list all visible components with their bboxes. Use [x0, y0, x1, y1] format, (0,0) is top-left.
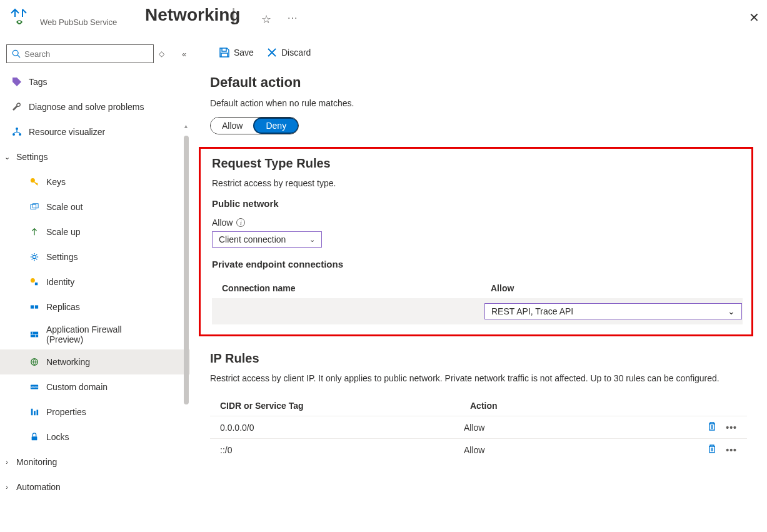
svg-rect-12	[31, 305, 34, 308]
nav-section-monitoring[interactable]: › Monitoring	[0, 449, 190, 474]
nav-label: Scale out	[46, 202, 83, 212]
svg-point-9	[33, 255, 36, 258]
toolbar-label: Discard	[281, 48, 311, 58]
collapse-sidebar-icon[interactable]: «	[182, 49, 186, 59]
private-endpoint-heading: Private endpoint connections	[212, 259, 743, 269]
sidebar-search-input[interactable]	[24, 49, 148, 59]
tag-icon	[11, 76, 23, 88]
allow-pill[interactable]: Allow	[211, 118, 254, 134]
networking-icon	[29, 356, 40, 368]
svg-point-4	[13, 133, 15, 136]
nav-item-identity[interactable]: Identity	[0, 269, 190, 294]
ip-rule-row: ::/0 Allow •••	[210, 438, 747, 461]
private-allow-dropdown[interactable]: REST API, Trace API ⌄	[484, 303, 742, 319]
discard-button[interactable]: Discard	[266, 47, 311, 58]
save-icon	[219, 47, 230, 58]
nav-label: Properties	[46, 407, 86, 417]
col-action: Action	[470, 401, 731, 411]
save-button[interactable]: Save	[219, 47, 254, 58]
toolbar-label: Save	[234, 48, 254, 58]
nav-section-automation[interactable]: › Automation	[0, 474, 190, 499]
scale-up-icon	[29, 226, 40, 238]
gear-icon	[29, 251, 40, 263]
svg-point-6	[31, 178, 35, 183]
replicas-icon	[29, 301, 40, 313]
close-blade-icon[interactable]: ✕	[749, 10, 759, 25]
col-connection-name: Connection name	[222, 283, 484, 293]
info-icon[interactable]: i	[236, 218, 245, 227]
hierarchy-icon	[11, 126, 23, 138]
nav-label: Diagnose and solve problems	[29, 102, 144, 112]
chevron-down-icon: ⌄	[309, 236, 315, 244]
service-type-label: Web PubSub Service	[40, 18, 117, 27]
key-icon	[29, 176, 40, 188]
nav-item-replicas[interactable]: Replicas	[0, 294, 190, 319]
nav-label: Settings	[46, 252, 78, 262]
nav-item-scale-up[interactable]: Scale up	[0, 219, 190, 244]
action-cell: Allow	[464, 445, 707, 455]
nav-label: Resource visualizer	[29, 127, 105, 137]
domain-icon: www	[29, 381, 40, 393]
delete-rule-icon[interactable]	[707, 444, 717, 456]
nav-item-custom-domain[interactable]: www Custom domain	[0, 374, 190, 399]
firewall-icon	[29, 329, 40, 340]
svg-point-1	[13, 50, 18, 56]
page-title: Networking	[145, 5, 240, 25]
svg-rect-21	[32, 436, 38, 440]
nav-item-keys[interactable]: Keys	[0, 169, 190, 194]
cidr-cell: 0.0.0.0/0	[220, 423, 464, 433]
ip-rules-desc: Restrict access by client IP. It only ap…	[210, 373, 747, 383]
chevron-down-icon: ⌄	[3, 153, 11, 161]
svg-point-10	[31, 278, 35, 283]
favorite-star-icon[interactable]: ☆	[261, 13, 271, 26]
sidebar-search-box[interactable]	[6, 44, 154, 63]
nav-section-label: Monitoring	[16, 457, 57, 467]
delete-rule-icon[interactable]	[707, 421, 717, 433]
nav-label: Application Firewall (Preview)	[46, 324, 146, 344]
col-cidr: CIDR or Service Tag	[220, 401, 464, 411]
svg-rect-13	[35, 305, 38, 308]
nav-item-locks[interactable]: Locks	[0, 424, 190, 449]
scrollbar-up-arrow[interactable]: ▲	[183, 123, 189, 129]
scrollbar-thumb[interactable]	[184, 136, 189, 404]
nav-label: Scale up	[46, 227, 80, 237]
default-action-desc: Default action when no rule matches.	[210, 98, 767, 108]
chevron-down-icon: ⌄	[728, 306, 735, 316]
chevron-right-icon: ›	[3, 458, 11, 466]
nav-label: Custom domain	[46, 382, 108, 392]
nav-item-properties[interactable]: Properties	[0, 399, 190, 424]
nav-item-networking[interactable]: Networking	[0, 349, 190, 374]
row-more-icon[interactable]: •••	[726, 423, 737, 433]
action-cell: Allow	[464, 423, 707, 433]
nav-section-settings[interactable]: ⌄ Settings	[0, 144, 190, 169]
svg-rect-7	[31, 205, 36, 209]
chevron-right-icon: ›	[3, 483, 11, 491]
rules-heading: Request Type Rules	[212, 156, 743, 171]
col-allow: Allow	[491, 283, 733, 293]
nav-section-label: Settings	[16, 152, 48, 162]
svg-rect-19	[34, 411, 36, 415]
request-type-rules-section: Request Type Rules Restrict access by re…	[199, 147, 753, 336]
nav-label: Replicas	[46, 302, 80, 312]
nav-item-visualizer[interactable]: Resource visualizer	[0, 119, 190, 144]
deny-pill[interactable]: Deny	[253, 118, 299, 134]
dropdown-value: REST API, Trace API	[491, 306, 573, 316]
private-endpoint-row: REST API, Trace API ⌄	[212, 298, 743, 324]
public-allow-dropdown[interactable]: Client connection ⌄	[212, 231, 322, 248]
nav-section-label: Automation	[16, 482, 61, 492]
ip-rule-row: 0.0.0.0/0 Allow •••	[210, 416, 747, 438]
default-action-toggle: Allow Deny	[210, 117, 299, 134]
nav-label: Tags	[29, 77, 48, 87]
nav-item-settings[interactable]: Settings	[0, 244, 190, 269]
more-actions-icon[interactable]: ···	[288, 13, 298, 24]
expand-menu-icon[interactable]: ◇	[159, 49, 164, 58]
nav-item-tags[interactable]: Tags	[0, 69, 190, 94]
service-logo-icon	[9, 6, 30, 27]
row-more-icon[interactable]: •••	[726, 445, 737, 455]
nav-label: Keys	[46, 177, 66, 187]
nav-item-diagnose[interactable]: Diagnose and solve problems	[0, 94, 190, 119]
nav-item-scale-out[interactable]: Scale out	[0, 194, 190, 219]
nav-label: Locks	[46, 432, 69, 442]
nav-item-app-firewall[interactable]: Application Firewall (Preview)	[0, 319, 190, 349]
ip-rules-heading: IP Rules	[210, 351, 747, 366]
